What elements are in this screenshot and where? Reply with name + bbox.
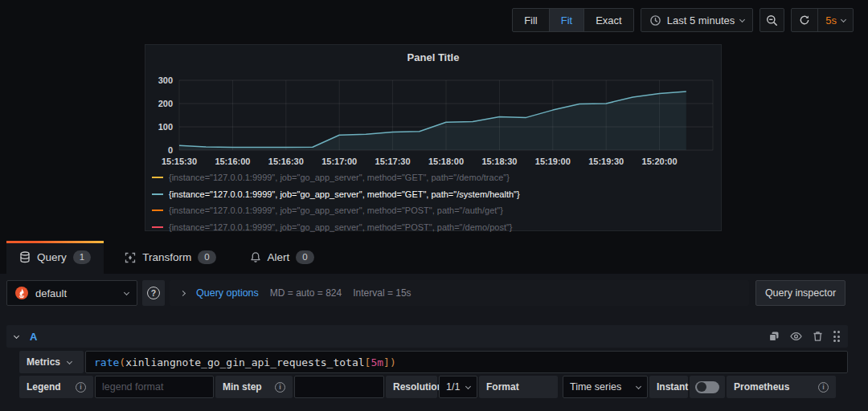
svg-text:15:15:30: 15:15:30 — [162, 157, 197, 166]
copy-icon[interactable] — [768, 331, 780, 342]
chart-legend: {instance="127.0.0.1:9999", job="go_app_… — [152, 169, 714, 235]
metrics-label: Metrics — [27, 356, 60, 368]
legend-label-box: Legend i — [19, 376, 93, 398]
query-editor-section: default ? Query options MD = auto = 824 … — [0, 274, 868, 411]
min-step-label: Min step — [223, 381, 262, 393]
promql-query-input[interactable]: rate(xinliangnote_go_gin_api_requests_to… — [85, 351, 848, 373]
interval-text: Interval = 15s — [353, 287, 411, 299]
format-select[interactable]: Time series — [563, 376, 648, 398]
info-icon[interactable]: i — [818, 382, 829, 393]
resolution-select[interactable]: 1/1 — [439, 376, 477, 398]
exact-button[interactable]: Exact — [583, 9, 633, 31]
tab-alert-label: Alert — [268, 251, 290, 263]
time-range-picker[interactable]: Last 5 minutes — [641, 8, 754, 32]
tab-transform-label: Transform — [142, 251, 191, 263]
instant-toggle-box — [690, 376, 725, 398]
tab-alert[interactable]: Alert 0 — [237, 241, 327, 274]
legend-format-placeholder: legend format — [102, 381, 163, 393]
prometheus-flame-icon — [15, 287, 28, 299]
chevron-down-icon — [67, 358, 72, 364]
refresh-interval-button[interactable]: 5s — [817, 9, 853, 31]
fill-button[interactable]: Fill — [513, 9, 549, 31]
zoom-out-button[interactable] — [760, 8, 784, 32]
tab-query[interactable]: Query 1 — [6, 241, 104, 274]
instant-label-box: Instant — [649, 376, 688, 398]
query-options-row: Legend i legend format Min step i Resolu… — [19, 376, 849, 398]
tab-transform-badge: 0 — [198, 250, 215, 264]
legend-item[interactable]: {instance="127.0.0.1:9999", job="go_app_… — [152, 202, 714, 219]
info-icon[interactable]: i — [76, 382, 86, 393]
svg-text:15:16:30: 15:16:30 — [268, 157, 304, 166]
format-label-box: Format — [479, 376, 558, 398]
fit-button[interactable]: Fit — [549, 9, 583, 31]
refresh-icon — [799, 14, 810, 26]
eye-icon[interactable] — [790, 332, 802, 341]
datasource-picker[interactable]: default — [6, 280, 137, 306]
query-row-actions — [768, 331, 841, 342]
tab-query-label: Query — [37, 251, 67, 263]
chevron-down-icon — [636, 383, 641, 389]
info-icon[interactable]: i — [275, 382, 285, 393]
max-datapoints-text: MD = auto = 824 — [270, 287, 342, 299]
legend-series-color — [152, 193, 163, 195]
time-range-label: Last 5 minutes — [667, 14, 735, 26]
legend-series-color — [152, 177, 163, 178]
datasource-name: default — [35, 287, 67, 299]
chevron-down-icon — [465, 383, 471, 389]
query-options-toggle[interactable]: Query options — [196, 287, 259, 299]
format-value: Time series — [570, 381, 621, 393]
datasource-help-button[interactable]: ? — [142, 280, 165, 306]
resolution-label-box: Resolution — [386, 376, 437, 398]
refresh-picker: 5s — [791, 8, 854, 32]
promql-token-paren: ( — [119, 356, 125, 368]
clock-icon — [649, 14, 661, 26]
query-options-bar: Query options MD = auto = 824 Interval =… — [170, 280, 749, 306]
time-series-chart[interactable]: 010020030015:15:3015:16:0015:16:3015:17:… — [145, 64, 723, 177]
legend-item[interactable]: {instance="127.0.0.1:9999", job="go_app_… — [152, 186, 714, 203]
metrics-row: Metrics rate(xinliangnote_go_gin_api_req… — [19, 351, 848, 373]
svg-text:15:19:30: 15:19:30 — [588, 157, 624, 166]
metrics-dropdown-button[interactable]: Metrics — [19, 351, 84, 373]
chevron-down-icon — [124, 289, 129, 295]
tab-query-badge: 1 — [73, 250, 91, 264]
svg-text:15:20:00: 15:20:00 — [642, 157, 678, 166]
instant-toggle[interactable] — [695, 381, 719, 393]
graph-panel: Panel Title 010020030015:15:3015:16:0015… — [145, 44, 722, 231]
trash-icon[interactable] — [813, 331, 823, 342]
svg-text:15:18:30: 15:18:30 — [481, 157, 517, 166]
promql-token-duration: 5m — [371, 356, 383, 368]
drag-handle-icon[interactable] — [833, 331, 841, 342]
zoom-out-icon — [766, 14, 778, 26]
promql-token-paren: ) — [390, 356, 396, 368]
svg-text:15:17:00: 15:17:00 — [321, 157, 357, 166]
tab-transform[interactable]: Transform 0 — [112, 241, 228, 274]
legend-item[interactable]: {instance="127.0.0.1:9999", job="go_app_… — [152, 169, 714, 186]
chevron-down-icon — [739, 16, 745, 22]
panel-title: Panel Title — [145, 45, 721, 63]
promql-token-paren: [ — [365, 356, 371, 368]
legend-series-color — [152, 226, 163, 228]
format-label: Format — [486, 381, 519, 393]
promql-token-paren: ] — [383, 356, 390, 368]
chevron-right-icon — [180, 290, 186, 295]
svg-text:15:19:00: 15:19:00 — [535, 157, 571, 166]
legend-series-label: {instance="127.0.0.1:9999", job="go_app_… — [169, 206, 503, 215]
legend-label: Legend — [27, 381, 61, 393]
min-step-input[interactable] — [294, 376, 384, 398]
transform-icon — [125, 252, 136, 263]
panel-size-mode-group: Fill Fit Exact — [512, 8, 634, 32]
help-icon: ? — [147, 287, 160, 299]
editor-tabbar: Query 1 Transform 0 Alert 0 — [0, 241, 868, 274]
legend-item[interactable]: {instance="127.0.0.1:9999", job="go_app_… — [152, 219, 714, 236]
promql-token-function: rate — [94, 356, 119, 368]
refresh-button[interactable] — [792, 9, 817, 31]
svg-text:15:17:30: 15:17:30 — [375, 157, 411, 166]
collapse-chevron-icon[interactable] — [14, 332, 19, 338]
query-inspector-button[interactable]: Query inspector — [755, 280, 845, 306]
svg-text:100: 100 — [158, 122, 173, 132]
refresh-interval-label: 5s — [825, 14, 837, 26]
svg-text:15:18:00: 15:18:00 — [428, 157, 464, 166]
top-toolbar: Fill Fit Exact Last 5 minutes 5s — [512, 8, 854, 32]
legend-format-input[interactable]: legend format — [95, 376, 214, 398]
query-row-header[interactable]: A — [6, 325, 848, 348]
